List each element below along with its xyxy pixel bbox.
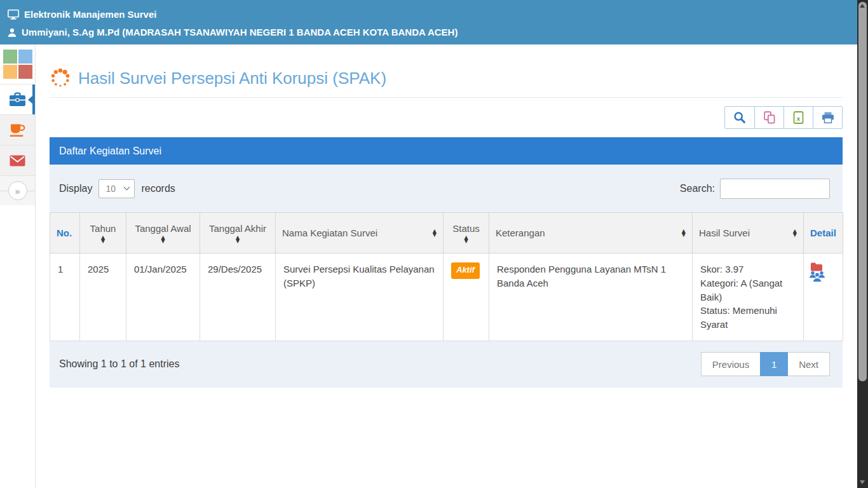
page-size-select[interactable]: 10 — [98, 179, 135, 198]
user-row: Ummiyani, S.Ag M.Pd (MADRASAH TSANAWIYAH… — [8, 24, 859, 40]
search-control: Search: — [680, 179, 830, 199]
sort-icon — [433, 229, 437, 237]
logo-square-red — [18, 65, 32, 79]
main-content: Hasil Survei Persepsi Anti Korupsi (SPAK… — [36, 44, 857, 488]
sort-icon — [464, 236, 468, 243]
spinner-dots-icon — [50, 67, 71, 89]
briefcase-icon — [9, 92, 26, 107]
pagination-next-button[interactable]: Next — [787, 352, 830, 376]
scrollbar-thumb[interactable] — [858, 2, 867, 381]
header-label: Tanggal Awal — [135, 223, 191, 234]
logo-square-blue — [18, 50, 32, 64]
cell-no: 1 — [50, 254, 80, 341]
export-excel-button[interactable]: x — [783, 107, 813, 128]
sidebar-item-survei[interactable] — [0, 85, 35, 115]
table-footer: Showing 1 to 1 of 1 entries Previous 1 N… — [50, 341, 843, 388]
cell-tanggal-akhir: 29/Des/2025 — [200, 254, 276, 341]
svg-text:x: x — [796, 114, 800, 122]
user-icon — [8, 28, 17, 37]
logo-square-green — [3, 50, 17, 64]
column-header-tanggal-awal[interactable]: Tanggal Awal — [126, 213, 200, 254]
column-header-tanggal-akhir[interactable]: Tanggal Akhir — [200, 213, 276, 254]
sidebar-item-pesan[interactable] — [0, 146, 35, 176]
print-button[interactable] — [813, 107, 842, 128]
header-label: Status — [452, 223, 480, 234]
cell-status: Aktif — [444, 254, 489, 341]
envelope-icon — [10, 155, 25, 166]
topbar: Elektronik Manajemen Survei Ummiyani, S.… — [0, 0, 868, 44]
search-icon — [733, 111, 746, 124]
page-title-row: Hasil Survei Persepsi Anti Korupsi (SPAK… — [50, 44, 843, 89]
scrollbar-down-arrow[interactable] — [860, 480, 865, 484]
toolbar-button-group: x — [724, 106, 843, 129]
sort-icon — [682, 229, 686, 237]
display-label: Display — [59, 183, 92, 194]
header-label: Hasil Survei — [699, 227, 750, 238]
app-title-row: Elektronik Manajemen Survei — [8, 6, 859, 22]
page-title: Hasil Survei Persepsi Anti Korupsi (SPAK… — [78, 69, 386, 88]
status-badge: Aktif — [451, 262, 480, 279]
column-header-keterangan[interactable]: Keterangan — [489, 213, 693, 254]
pagination-previous-button[interactable]: Previous — [701, 352, 761, 376]
sidebar: » — [0, 44, 36, 488]
hasil-skor: Skor: 3.97 — [700, 262, 796, 276]
showing-entries-text: Showing 1 to 1 of 1 entries — [59, 358, 179, 370]
search-label: Search: — [680, 183, 715, 194]
header-label: Nama Kegiatan Survei — [282, 227, 377, 238]
column-header-hasil-survei[interactable]: Hasil Survei — [693, 213, 804, 254]
header-label: Keterangan — [496, 227, 545, 238]
header-label: Tahun — [90, 223, 116, 234]
excel-icon: x — [793, 111, 804, 124]
display-records-control: Display 10 records — [59, 179, 175, 198]
copy-button[interactable] — [754, 107, 783, 128]
monitor-icon — [8, 10, 19, 20]
search-input[interactable] — [720, 179, 830, 199]
sort-icon — [101, 236, 105, 243]
cell-keterangan: Responden Pengguna Layanan MTsN 1 Banda … — [489, 254, 693, 341]
cell-tahun: 2025 — [80, 254, 126, 341]
table-row: 1 2025 01/Jan/2025 29/Des/2025 Survei Pe… — [50, 254, 843, 341]
cell-tanggal-awal: 01/Jan/2025 — [126, 254, 200, 341]
hasil-status: Status: Memenuhi Syarat — [700, 304, 796, 332]
app-grid-logo[interactable] — [0, 44, 32, 85]
column-header-detail: Detail — [804, 213, 843, 254]
users-icon[interactable] — [809, 270, 825, 282]
logged-in-user: Ummiyani, S.Ag M.Pd (MADRASAH TSANAWIYAH… — [22, 27, 458, 37]
column-header-nama-kegiatan[interactable]: Nama Kegiatan Survei — [276, 213, 444, 254]
logo-square-orange — [3, 65, 17, 79]
sort-icon — [793, 229, 797, 237]
table-header-row: No. Tahun Tanggal Awal Tanggal Akhir — [50, 213, 843, 254]
sidebar-item-kegiatan[interactable] — [0, 115, 35, 146]
page-size-value: 10 — [105, 184, 116, 194]
survey-table: No. Tahun Tanggal Awal Tanggal Akhir — [50, 212, 843, 341]
pagination: Previous 1 Next — [702, 352, 830, 376]
scrollbar-up-arrow[interactable] — [860, 4, 865, 8]
coffee-icon — [9, 123, 26, 137]
application-window: Elektronik Manajemen Survei Ummiyani, S.… — [0, 0, 868, 488]
search-button[interactable] — [725, 107, 754, 128]
copy-icon — [763, 111, 776, 124]
sort-icon — [161, 236, 165, 243]
toolbar: x — [50, 106, 843, 129]
panel-title: Daftar Kegiatan Survei — [50, 137, 843, 165]
sidebar-collapse-toggle[interactable]: » — [8, 181, 27, 200]
scrollbar[interactable] — [857, 0, 868, 488]
column-header-no: No. — [50, 213, 80, 254]
pagination-page-1-button[interactable]: 1 — [760, 352, 788, 376]
chevron-double-right-icon: » — [15, 186, 20, 196]
title-divider — [50, 97, 843, 98]
sort-icon — [236, 236, 240, 243]
survey-list-panel: Daftar Kegiatan Survei Display 10 record… — [50, 137, 843, 388]
sidebar-toggle-row: » — [0, 176, 35, 205]
cell-hasil-survei: Skor: 3.97 Kategori: A (Sangat Baik) Sta… — [693, 254, 804, 341]
printer-icon — [822, 112, 834, 124]
chevron-down-icon — [124, 184, 130, 191]
column-header-status[interactable]: Status — [444, 213, 489, 254]
cell-detail — [804, 254, 843, 341]
hasil-kategori: Kategori: A (Sangat Baik) — [700, 276, 796, 304]
column-header-tahun[interactable]: Tahun — [80, 213, 126, 254]
header-label: Tanggal Akhir — [209, 223, 266, 234]
app-title: Elektronik Manajemen Survei — [24, 9, 156, 20]
records-label: records — [141, 183, 175, 194]
cell-nama-kegiatan: Survei Persepsi Kualitas Pelayanan (SPKP… — [276, 254, 444, 341]
